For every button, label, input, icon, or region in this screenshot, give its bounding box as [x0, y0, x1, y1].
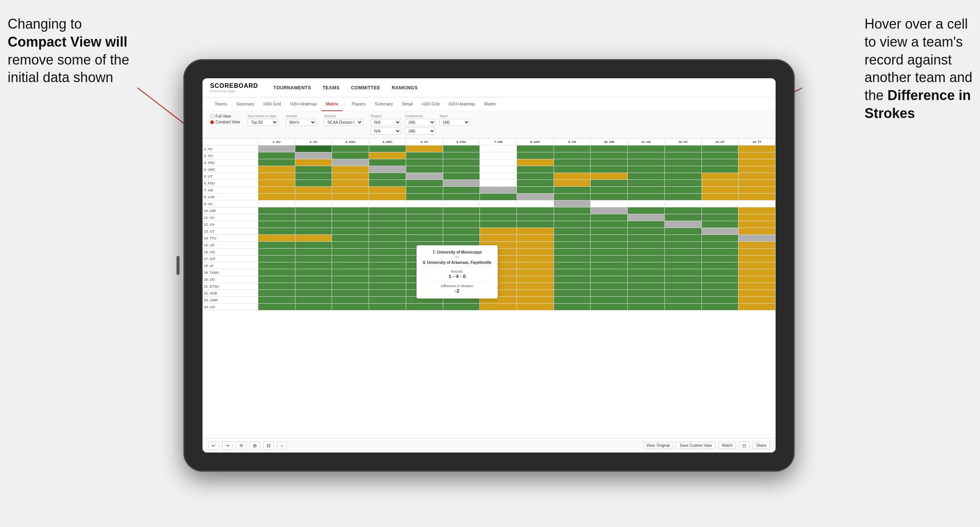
matrix-cell[interactable] — [369, 235, 406, 242]
matrix-cell[interactable] — [628, 180, 665, 187]
matrix-cell[interactable] — [739, 290, 776, 297]
matrix-cell[interactable] — [369, 159, 406, 166]
full-view-option[interactable]: Full View — [210, 114, 240, 118]
matrix-cell[interactable] — [701, 304, 739, 310]
matrix-cell[interactable] — [332, 187, 369, 194]
subnav-detail[interactable]: Detail — [397, 97, 417, 111]
matrix-cell[interactable] — [739, 187, 776, 194]
matrix-cell[interactable] — [701, 290, 739, 297]
matrix-cell[interactable] — [701, 180, 739, 187]
matrix-cell[interactable] — [554, 152, 591, 159]
subnav-matrix1[interactable]: Matrix — [321, 97, 343, 111]
matrix-cell[interactable] — [591, 304, 628, 310]
matrix-cell[interactable] — [295, 173, 332, 180]
matrix-cell[interactable] — [664, 187, 701, 194]
matrix-cell[interactable] — [369, 276, 406, 283]
matrix-cell[interactable] — [369, 262, 406, 269]
matrix-cell[interactable] — [258, 297, 295, 304]
matrix-cell[interactable] — [480, 166, 517, 173]
matrix-cell[interactable] — [332, 249, 369, 255]
matrix-cell[interactable] — [517, 235, 554, 242]
matrix-cell[interactable] — [369, 221, 406, 228]
view-original-button[interactable]: View: Original — [643, 442, 674, 449]
matrix-cell[interactable] — [258, 194, 295, 200]
save-custom-button[interactable]: Save Custom View — [676, 442, 715, 449]
matrix-cell[interactable] — [369, 297, 406, 304]
matrix-cell[interactable] — [628, 166, 665, 173]
matrix-cell[interactable] — [480, 221, 517, 228]
matrix-cell[interactable] — [628, 145, 665, 152]
matrix-cell[interactable] — [628, 194, 665, 200]
matrix-cell[interactable] — [554, 228, 591, 235]
matrix-cell[interactable] — [701, 187, 739, 194]
matrix-cell[interactable] — [369, 194, 406, 200]
subnav-players[interactable]: Players — [347, 97, 370, 111]
matrix-cell[interactable] — [332, 242, 369, 249]
region-select1[interactable]: N/A — [371, 119, 401, 126]
matrix-cell[interactable] — [332, 200, 369, 207]
matrix-cell[interactable] — [739, 207, 776, 214]
matrix-cell[interactable] — [332, 166, 369, 173]
matrix-cell[interactable] — [701, 173, 739, 180]
matrix-cell[interactable] — [591, 187, 628, 194]
matrix-cell[interactable] — [332, 235, 369, 242]
matrix-cell[interactable] — [701, 249, 739, 255]
region-select2[interactable]: N/A — [371, 128, 401, 135]
matrix-cell[interactable] — [332, 276, 369, 283]
matrix-cell[interactable] — [258, 207, 295, 214]
matrix-cell[interactable] — [332, 290, 369, 297]
matrix-cell[interactable] — [332, 159, 369, 166]
matrix-cell[interactable] — [517, 276, 554, 283]
matrix-cell[interactable] — [554, 221, 591, 228]
matrix-cell[interactable] — [554, 262, 591, 269]
matrix-cell[interactable] — [739, 145, 776, 152]
matrix-cell[interactable] — [628, 214, 665, 221]
matrix-cell[interactable] — [664, 283, 701, 290]
matrix-cell[interactable] — [258, 235, 295, 242]
matrix-cell[interactable] — [480, 152, 517, 159]
matrix-cell[interactable] — [258, 249, 295, 255]
matrix-cell[interactable] — [739, 283, 776, 290]
matrix-cell[interactable] — [369, 290, 406, 297]
matrix-cell[interactable] — [295, 152, 332, 159]
matrix-cell[interactable] — [406, 173, 443, 180]
matrix-cell[interactable] — [591, 255, 628, 262]
matrix-cell[interactable] — [701, 194, 739, 200]
undo-button[interactable]: ↩ — [208, 441, 219, 450]
matrix-cell[interactable] — [443, 214, 480, 221]
matrix-cell[interactable] — [295, 255, 332, 262]
matrix-cell[interactable] — [406, 194, 443, 200]
matrix-cell[interactable] — [591, 166, 628, 173]
nav-tournaments[interactable]: TOURNAMENTS — [274, 84, 311, 91]
matrix-cell[interactable] — [628, 255, 665, 262]
matrix-cell[interactable] — [628, 262, 665, 269]
matrix-cell[interactable] — [295, 283, 332, 290]
matrix-cell[interactable] — [369, 283, 406, 290]
matrix-cell[interactable] — [332, 221, 369, 228]
matrix-cell[interactable] — [517, 249, 554, 255]
matrix-cell[interactable] — [332, 262, 369, 269]
matrix-cell[interactable] — [517, 304, 554, 310]
matrix-cell[interactable] — [295, 235, 332, 242]
matrix-cell[interactable] — [628, 290, 665, 297]
matrix-cell[interactable] — [739, 194, 776, 200]
matrix-cell[interactable] — [628, 228, 665, 235]
matrix-cell[interactable] — [295, 304, 332, 310]
matrix-cell[interactable] — [295, 269, 332, 276]
matrix-cell[interactable] — [443, 228, 480, 235]
matrix-cell[interactable] — [369, 214, 406, 221]
matrix-cell[interactable] — [554, 166, 591, 173]
matrix-cell[interactable] — [369, 166, 406, 173]
matrix-cell[interactable] — [739, 200, 776, 207]
matrix-cell[interactable] — [701, 214, 739, 221]
subnav-summary1[interactable]: Summary — [232, 97, 259, 111]
matrix-cell[interactable] — [406, 228, 443, 235]
matrix-cell[interactable] — [701, 269, 739, 276]
matrix-cell[interactable] — [332, 304, 369, 310]
matrix-cell[interactable] — [739, 173, 776, 180]
matrix-cell[interactable] — [332, 145, 369, 152]
matrix-cell[interactable] — [701, 262, 739, 269]
layout-button[interactable]: ⊡ — [739, 441, 750, 450]
matrix-cell[interactable] — [480, 200, 517, 207]
matrix-cell[interactable] — [443, 207, 480, 214]
